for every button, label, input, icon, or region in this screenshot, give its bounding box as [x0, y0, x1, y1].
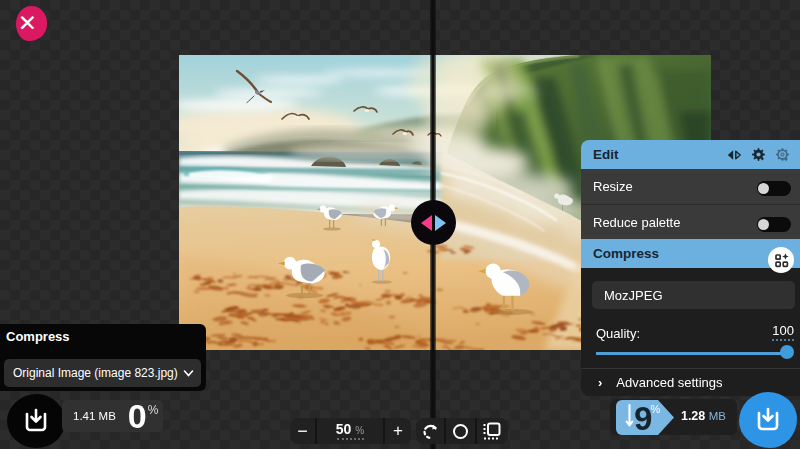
svg-text:%: %	[651, 403, 661, 415]
